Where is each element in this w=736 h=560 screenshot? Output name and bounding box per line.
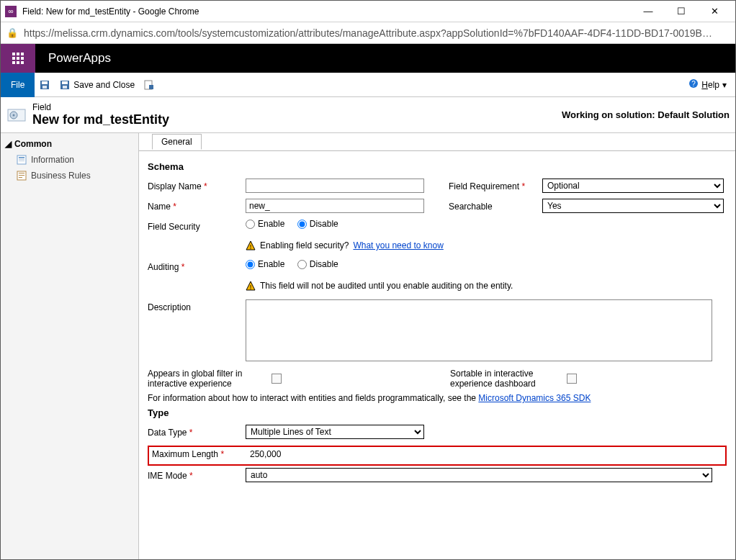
svg-rect-25: [19, 161, 24, 161]
section-schema: Schema: [148, 161, 727, 172]
save-button[interactable]: [35, 73, 55, 97]
svg-rect-1: [17, 53, 19, 55]
minimize-button[interactable]: —: [632, 1, 665, 22]
svg-rect-4: [17, 57, 19, 60]
nav-section-label: Common: [14, 139, 52, 149]
data-type-label: Data Type: [148, 425, 246, 438]
display-name-label: Display Name: [148, 179, 246, 191]
auditing-label: Auditing: [148, 259, 246, 272]
svg-rect-13: [62, 81, 68, 84]
app-favicon: ∞: [5, 6, 17, 17]
entity-gear-icon: [6, 105, 27, 125]
app-launcher-icon[interactable]: [1, 44, 35, 73]
auditing-warning-text: This field will not be audited until you…: [260, 281, 513, 291]
tab-general[interactable]: General: [152, 134, 202, 150]
maximize-button[interactable]: ☐: [665, 1, 698, 22]
searchable-select[interactable]: Yes: [542, 199, 724, 213]
caret-down-icon: ◢: [5, 139, 12, 149]
svg-rect-29: [19, 177, 22, 178]
svg-rect-28: [19, 175, 24, 176]
svg-rect-10: [42, 81, 48, 84]
ime-mode-select[interactable]: auto: [246, 468, 712, 482]
svg-rect-7: [17, 61, 19, 64]
form-title: New for md_testEntity: [32, 112, 562, 127]
section-type: Type: [148, 407, 727, 418]
max-length-label: Maximum Length: [152, 449, 250, 459]
field-security-disable-radio[interactable]: Disable: [297, 219, 338, 229]
sortable-dashboard-label: Sortable in interactive experience dashb…: [450, 369, 558, 389]
svg-rect-5: [21, 57, 24, 60]
toolbar-action-button[interactable]: [139, 73, 159, 97]
save-and-close-button[interactable]: Save and Close: [55, 73, 139, 97]
save-close-icon: [59, 79, 71, 91]
searchable-label: Searchable: [449, 199, 542, 212]
name-label: Name: [148, 199, 246, 212]
name-input[interactable]: [246, 199, 424, 213]
address-bar[interactable]: https://melissa.crm.dynamics.com/tools/s…: [24, 27, 715, 39]
properties-icon: [143, 79, 155, 91]
field-security-label: Field Security: [148, 219, 246, 232]
close-window-button[interactable]: ✕: [698, 1, 731, 22]
svg-rect-6: [12, 61, 15, 64]
nav-item-business-rules[interactable]: Business Rules: [1, 168, 138, 184]
description-label: Description: [148, 299, 246, 312]
field-security-warning-text: Enabling field security?: [260, 240, 349, 250]
save-icon: [39, 79, 50, 91]
svg-rect-3: [12, 57, 15, 60]
field-security-help-link[interactable]: What you need to know: [353, 240, 443, 250]
svg-rect-27: [19, 173, 24, 173]
form-icon: [17, 155, 27, 165]
nav-section-common[interactable]: ◢ Common: [1, 136, 138, 152]
file-menu[interactable]: File: [1, 73, 35, 97]
sortable-dashboard-checkbox[interactable]: [567, 374, 577, 384]
appears-global-filter-label: Appears in global filter in interactive …: [148, 369, 263, 389]
max-length-input[interactable]: [250, 449, 696, 459]
svg-rect-16: [149, 85, 153, 89]
warning-icon: !: [246, 281, 256, 291]
solution-indicator: Working on solution: Default Solution: [562, 109, 730, 120]
svg-rect-14: [63, 86, 67, 89]
nav-item-label: Information: [31, 155, 74, 165]
svg-rect-8: [21, 61, 24, 64]
lock-icon: 🔒: [6, 27, 18, 38]
auditing-enable-radio[interactable]: Enable: [246, 259, 284, 269]
save-close-label: Save and Close: [73, 80, 135, 90]
sdk-info-text: For information about how to interact wi…: [148, 393, 478, 403]
appears-global-filter-checkbox[interactable]: [271, 374, 282, 384]
svg-rect-23: [19, 157, 24, 158]
svg-text:!: !: [250, 243, 252, 250]
svg-text:!: !: [250, 284, 252, 291]
field-requirement-label: Field Requirement: [449, 179, 542, 191]
nav-item-information[interactable]: Information: [1, 152, 138, 168]
help-label: elp: [708, 80, 719, 90]
svg-rect-24: [19, 159, 24, 160]
svg-rect-2: [21, 53, 24, 55]
sdk-link[interactable]: Microsoft Dynamics 365 SDK: [478, 393, 591, 403]
description-textarea[interactable]: [246, 299, 712, 361]
svg-text:?: ?: [692, 80, 696, 88]
field-requirement-select[interactable]: Optional: [542, 179, 724, 193]
window-title: Field: New for md_testEntity - Google Ch…: [22, 6, 632, 17]
nav-item-label: Business Rules: [31, 171, 91, 181]
data-type-select[interactable]: Multiple Lines of Text: [246, 425, 424, 439]
form-subtitle: Field: [32, 102, 562, 112]
help-menu[interactable]: ? Help ▾: [688, 78, 735, 91]
display-name-input[interactable]: [246, 179, 424, 193]
warning-icon: !: [246, 240, 256, 250]
field-security-enable-radio[interactable]: Enable: [246, 219, 284, 229]
svg-point-21: [13, 114, 15, 116]
help-icon: ?: [688, 78, 699, 91]
ime-mode-label: IME Mode: [148, 468, 246, 481]
svg-rect-11: [42, 86, 47, 89]
rules-icon: [17, 171, 27, 181]
svg-rect-0: [12, 53, 15, 55]
brand-title: PowerApps: [35, 51, 111, 66]
chevron-down-icon: ▾: [722, 80, 727, 90]
auditing-disable-radio[interactable]: Disable: [297, 259, 338, 269]
